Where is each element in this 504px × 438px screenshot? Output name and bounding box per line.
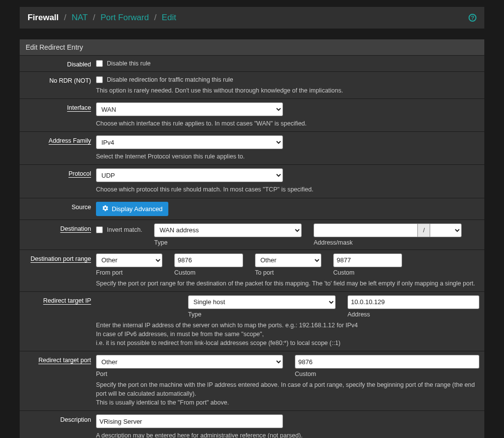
button-display-advanced-label: Display Advanced	[112, 205, 162, 213]
input-redirip-address[interactable]	[347, 295, 479, 309]
gear-icon	[102, 205, 109, 213]
col-toport-label: To port	[255, 269, 321, 276]
input-toport-custom[interactable]	[333, 253, 402, 267]
select-toport[interactable]: Other	[255, 253, 321, 267]
input-description[interactable]	[96, 414, 283, 428]
help-addrfam: Select the Internet Protocol version thi…	[96, 152, 479, 161]
help-description: A description may be entered here for ad…	[96, 431, 479, 438]
help-icon[interactable]: ?	[469, 14, 476, 22]
help-protocol: Choose which protocol this rule should m…	[96, 185, 479, 194]
col-dest-type-label: Type	[154, 239, 302, 246]
select-fromport[interactable]: Other	[96, 253, 162, 267]
row-destination: Destination Invert match. WAN address Ty…	[20, 219, 484, 250]
select-interface[interactable]: WAN	[96, 102, 283, 116]
help-redirport: Specify the port on the machine with the…	[96, 380, 479, 407]
select-dest-type[interactable]: WAN address	[154, 223, 302, 237]
input-fromport-custom[interactable]	[174, 253, 243, 267]
checkbox-invert-match[interactable]	[96, 226, 103, 233]
row-redirport: Redirect target port Other Port Custom S…	[20, 351, 484, 410]
address-mask-sep: /	[418, 223, 430, 237]
select-addrfam[interactable]: IPv4	[96, 135, 283, 149]
col-redirport-label: Port	[96, 371, 283, 377]
label-destination: Destination	[25, 223, 96, 232]
breadcrumb-root: Firewall	[28, 13, 59, 22]
row-protocol: Protocol UDP Choose which protocol this …	[20, 164, 484, 197]
row-description: Description A description may be entered…	[20, 410, 484, 438]
col-fromport-label: From port	[96, 269, 162, 276]
input-redirport-custom[interactable]	[295, 355, 479, 369]
help-interface: Choose which interface this rule applies…	[96, 119, 479, 128]
help-nordr: This option is rarely needed. Don't use …	[96, 86, 479, 95]
row-interface: Interface WAN Choose which interface thi…	[20, 98, 484, 131]
checkbox-disabled[interactable]	[96, 60, 103, 67]
select-redirport[interactable]: Other	[96, 355, 283, 369]
checkbox-nordr[interactable]	[96, 76, 103, 83]
breadcrumb-nat[interactable]: NAT	[72, 13, 88, 22]
breadcrumb-portforward[interactable]: Port Forward	[100, 13, 149, 22]
label-nordr: No RDR (NOT)	[25, 75, 96, 84]
help-redirip: Enter the internal IP address of the ser…	[96, 321, 479, 347]
row-source: Source Display Advanced	[20, 198, 484, 219]
col-redirip-addr-label: Address	[347, 311, 479, 318]
label-redirport: Redirect target port	[25, 355, 96, 364]
col-toport-custom-label: Custom	[333, 269, 402, 276]
label-protocol: Protocol	[25, 168, 96, 177]
page-header: Firewall / NAT / Port Forward / Edit ?	[20, 7, 484, 29]
select-redirip-type[interactable]: Single host	[188, 295, 336, 309]
col-fromport-custom-label: Custom	[174, 269, 243, 276]
col-redirip-type-label: Type	[188, 311, 336, 318]
button-display-advanced[interactable]: Display Advanced	[96, 202, 168, 216]
panel-edit-redirect: Edit Redirect Entry Disabled Disable thi…	[20, 39, 484, 438]
label-disabled: Disabled	[25, 59, 96, 68]
checkbox-disabled-label: Disable this rule	[107, 60, 151, 67]
col-dest-mask-label: Address/mask	[314, 239, 462, 246]
select-protocol[interactable]: UDP	[96, 168, 283, 182]
label-addrfam: Address Family	[25, 135, 96, 144]
label-destport: Destination port range	[25, 253, 96, 262]
label-source: Source	[25, 202, 96, 211]
label-interface: Interface	[25, 102, 96, 111]
label-redirip: Redirect target IP	[25, 295, 96, 304]
select-dest-mask[interactable]	[430, 223, 462, 237]
label-description: Description	[25, 414, 96, 423]
row-addrfam: Address Family IPv4 Select the Internet …	[20, 131, 484, 164]
row-destport: Destination port range Other From port C…	[20, 250, 484, 291]
input-dest-address[interactable]	[314, 223, 418, 237]
help-destport: Specify the port or port range for the d…	[96, 279, 479, 288]
panel-title: Edit Redirect Entry	[20, 39, 484, 55]
col-redirport-custom-label: Custom	[295, 371, 479, 377]
row-redirip: Redirect target IP Single host Type Addr…	[20, 291, 484, 351]
row-disabled: Disabled Disable this rule	[20, 55, 484, 71]
row-nordr: No RDR (NOT) Disable redirection for tra…	[20, 71, 484, 98]
breadcrumb: Firewall / NAT / Port Forward / Edit	[28, 13, 176, 23]
checkbox-invert-label: Invert match.	[107, 226, 142, 233]
checkbox-nordr-label: Disable redirection for traffic matching…	[107, 76, 233, 83]
breadcrumb-edit[interactable]: Edit	[162, 13, 176, 22]
